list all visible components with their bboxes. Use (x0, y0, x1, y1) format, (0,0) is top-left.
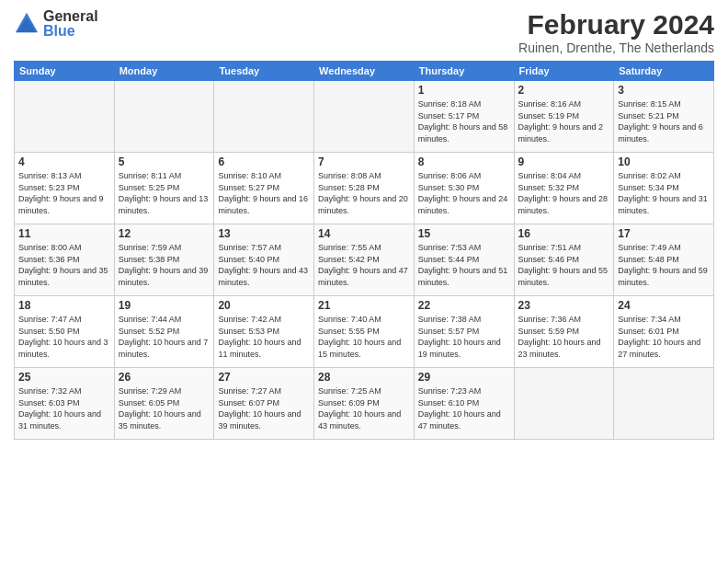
day-info: Sunrise: 8:13 AMSunset: 5:23 PMDaylight:… (18, 170, 110, 216)
day-info: Sunrise: 7:27 AMSunset: 6:07 PMDaylight:… (218, 385, 310, 431)
logo: General Blue (14, 9, 98, 39)
day-cell: 1Sunrise: 8:18 AMSunset: 5:17 PMDaylight… (414, 81, 514, 153)
day-cell: 4Sunrise: 8:13 AMSunset: 5:23 PMDaylight… (15, 153, 115, 224)
day-number: 22 (418, 299, 510, 312)
day-cell: 10Sunrise: 8:02 AMSunset: 5:34 PMDayligh… (614, 153, 714, 224)
day-number: 23 (518, 299, 610, 312)
day-cell: 13Sunrise: 7:57 AMSunset: 5:40 PMDayligh… (214, 224, 314, 296)
day-cell: 24Sunrise: 7:34 AMSunset: 6:01 PMDayligh… (614, 296, 714, 368)
day-cell (514, 368, 614, 440)
day-info: Sunrise: 8:11 AMSunset: 5:25 PMDaylight:… (119, 170, 210, 216)
day-cell: 26Sunrise: 7:29 AMSunset: 6:05 PMDayligh… (114, 368, 214, 440)
day-info: Sunrise: 8:08 AMSunset: 5:28 PMDaylight:… (318, 170, 410, 216)
day-number: 12 (119, 227, 210, 240)
day-cell: 2Sunrise: 8:16 AMSunset: 5:19 PMDaylight… (514, 81, 614, 153)
calendar-subtitle: Ruinen, Drenthe, The Netherlands (518, 40, 714, 55)
day-number: 10 (618, 155, 710, 168)
day-number: 15 (418, 227, 510, 240)
day-number: 9 (518, 155, 610, 168)
day-info: Sunrise: 7:29 AMSunset: 6:05 PMDaylight:… (119, 385, 210, 431)
day-info: Sunrise: 7:25 AMSunset: 6:09 PMDaylight:… (318, 385, 410, 431)
logo-text: General Blue (43, 9, 98, 39)
day-info: Sunrise: 8:16 AMSunset: 5:19 PMDaylight:… (518, 98, 610, 144)
day-number: 14 (318, 227, 410, 240)
header-cell-wednesday: Wednesday (314, 62, 415, 81)
day-cell: 14Sunrise: 7:55 AMSunset: 5:42 PMDayligh… (314, 224, 415, 296)
day-info: Sunrise: 8:15 AMSunset: 5:21 PMDaylight:… (618, 98, 710, 144)
day-cell (214, 81, 314, 153)
day-info: Sunrise: 7:49 AMSunset: 5:48 PMDaylight:… (618, 242, 710, 288)
day-number: 3 (618, 84, 710, 97)
day-cell: 11Sunrise: 8:00 AMSunset: 5:36 PMDayligh… (15, 224, 115, 296)
day-number: 27 (218, 371, 310, 384)
day-number: 20 (218, 299, 310, 312)
day-number: 2 (518, 84, 610, 97)
day-number: 29 (418, 371, 510, 384)
day-info: Sunrise: 7:57 AMSunset: 5:40 PMDaylight:… (218, 242, 310, 288)
week-row-4: 25Sunrise: 7:32 AMSunset: 6:03 PMDayligh… (15, 368, 714, 440)
day-number: 5 (119, 155, 210, 168)
day-info: Sunrise: 7:40 AMSunset: 5:55 PMDaylight:… (318, 314, 410, 360)
header-cell-monday: Monday (114, 62, 214, 81)
title-block: February 2024 Ruinen, Drenthe, The Nethe… (518, 9, 714, 55)
day-cell: 3Sunrise: 8:15 AMSunset: 5:21 PMDaylight… (614, 81, 714, 153)
week-row-0: 1Sunrise: 8:18 AMSunset: 5:17 PMDaylight… (15, 81, 714, 153)
header-cell-tuesday: Tuesday (214, 62, 314, 81)
day-number: 1 (418, 84, 510, 97)
calendar-title: February 2024 (518, 9, 714, 40)
logo-blue: Blue (43, 24, 98, 39)
day-cell: 22Sunrise: 7:38 AMSunset: 5:57 PMDayligh… (414, 296, 514, 368)
day-number: 26 (119, 371, 210, 384)
day-number: 4 (18, 155, 110, 168)
day-number: 16 (518, 227, 610, 240)
day-cell: 8Sunrise: 8:06 AMSunset: 5:30 PMDaylight… (414, 153, 514, 224)
day-cell: 25Sunrise: 7:32 AMSunset: 6:03 PMDayligh… (15, 368, 115, 440)
day-info: Sunrise: 7:44 AMSunset: 5:52 PMDaylight:… (119, 314, 210, 360)
header-cell-friday: Friday (514, 62, 614, 81)
day-cell: 29Sunrise: 7:23 AMSunset: 6:10 PMDayligh… (414, 368, 514, 440)
day-info: Sunrise: 8:00 AMSunset: 5:36 PMDaylight:… (18, 242, 110, 288)
day-cell (15, 81, 115, 153)
day-cell: 20Sunrise: 7:42 AMSunset: 5:53 PMDayligh… (214, 296, 314, 368)
day-number: 24 (618, 299, 710, 312)
header-row: SundayMondayTuesdayWednesdayThursdayFrid… (15, 62, 714, 81)
day-number: 19 (119, 299, 210, 312)
header-cell-sunday: Sunday (15, 62, 115, 81)
day-number: 6 (218, 155, 310, 168)
day-number: 25 (18, 371, 110, 384)
day-cell: 6Sunrise: 8:10 AMSunset: 5:27 PMDaylight… (214, 153, 314, 224)
day-info: Sunrise: 7:51 AMSunset: 5:46 PMDaylight:… (518, 242, 610, 288)
day-cell: 7Sunrise: 8:08 AMSunset: 5:28 PMDaylight… (314, 153, 415, 224)
day-number: 17 (618, 227, 710, 240)
day-number: 18 (18, 299, 110, 312)
header-cell-saturday: Saturday (614, 62, 714, 81)
day-cell: 27Sunrise: 7:27 AMSunset: 6:07 PMDayligh… (214, 368, 314, 440)
day-cell: 21Sunrise: 7:40 AMSunset: 5:55 PMDayligh… (314, 296, 415, 368)
day-info: Sunrise: 7:55 AMSunset: 5:42 PMDaylight:… (318, 242, 410, 288)
day-info: Sunrise: 7:53 AMSunset: 5:44 PMDaylight:… (418, 242, 510, 288)
page: General Blue February 2024 Ruinen, Drent… (0, 0, 728, 563)
day-info: Sunrise: 7:34 AMSunset: 6:01 PMDaylight:… (618, 314, 710, 360)
day-info: Sunrise: 7:47 AMSunset: 5:50 PMDaylight:… (18, 314, 110, 360)
day-info: Sunrise: 7:59 AMSunset: 5:38 PMDaylight:… (119, 242, 210, 288)
day-number: 7 (318, 155, 410, 168)
day-info: Sunrise: 7:23 AMSunset: 6:10 PMDaylight:… (418, 385, 510, 431)
day-info: Sunrise: 7:32 AMSunset: 6:03 PMDaylight:… (18, 385, 110, 431)
day-info: Sunrise: 8:02 AMSunset: 5:34 PMDaylight:… (618, 170, 710, 216)
day-info: Sunrise: 7:36 AMSunset: 5:59 PMDaylight:… (518, 314, 610, 360)
day-info: Sunrise: 8:06 AMSunset: 5:30 PMDaylight:… (418, 170, 510, 216)
day-cell (614, 368, 714, 440)
day-cell: 15Sunrise: 7:53 AMSunset: 5:44 PMDayligh… (414, 224, 514, 296)
day-cell: 23Sunrise: 7:36 AMSunset: 5:59 PMDayligh… (514, 296, 614, 368)
day-cell: 12Sunrise: 7:59 AMSunset: 5:38 PMDayligh… (114, 224, 214, 296)
logo-general: General (43, 9, 98, 24)
day-cell: 9Sunrise: 8:04 AMSunset: 5:32 PMDaylight… (514, 153, 614, 224)
week-row-2: 11Sunrise: 8:00 AMSunset: 5:36 PMDayligh… (15, 224, 714, 296)
header-cell-thursday: Thursday (414, 62, 514, 81)
day-cell (114, 81, 214, 153)
day-info: Sunrise: 7:38 AMSunset: 5:57 PMDaylight:… (418, 314, 510, 360)
calendar-table: SundayMondayTuesdayWednesdayThursdayFrid… (14, 61, 714, 440)
day-info: Sunrise: 8:10 AMSunset: 5:27 PMDaylight:… (218, 170, 310, 216)
day-number: 21 (318, 299, 410, 312)
day-number: 28 (318, 371, 410, 384)
